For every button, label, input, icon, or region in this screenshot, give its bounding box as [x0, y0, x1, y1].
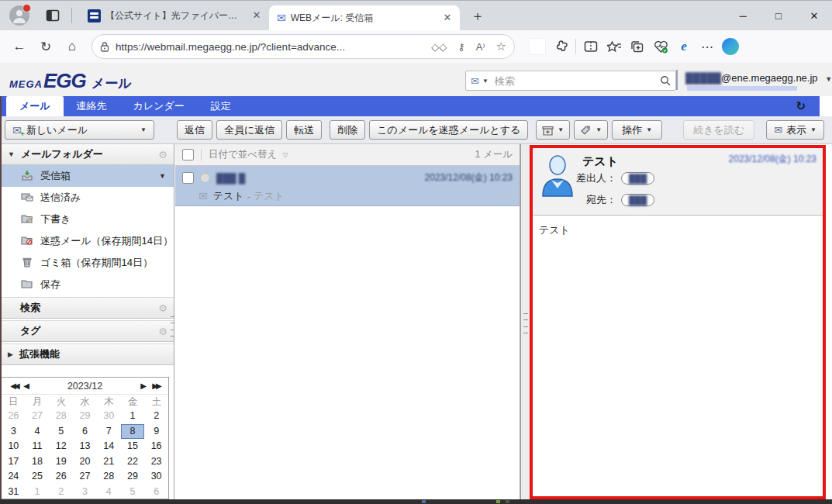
calendar-prev-month-icon[interactable]: ◀ [20, 381, 33, 390]
forward-button[interactable]: 転送 [286, 120, 322, 140]
calendar-day[interactable]: 26 [49, 469, 73, 485]
calendar-day[interactable]: 28 [97, 469, 121, 485]
mark-spam-button[interactable]: このメールを迷惑メールとする [369, 120, 528, 140]
calendar-day[interactable]: 2 [49, 485, 73, 500]
extensions-section-header[interactable]: ▶ 拡張機能 [2, 344, 174, 365]
sidebar-item-drafts[interactable]: 下書き [2, 209, 174, 230]
collections-icon[interactable] [626, 36, 649, 57]
calendar-day[interactable]: 3 [73, 485, 97, 500]
calendar-day[interactable]: 23 [144, 454, 168, 470]
browser-essentials-icon[interactable] [649, 36, 672, 57]
calendar-next-year-icon[interactable]: ▶▶ [150, 381, 162, 390]
calendar-day[interactable]: 8 [121, 424, 145, 440]
calendar-day[interactable]: 22 [121, 454, 145, 470]
tag-caret-icon[interactable]: ▼ [596, 126, 602, 133]
account-menu[interactable]: █████@ene.megaegg.ne.jp ▼ [685, 72, 825, 84]
calendar-day[interactable]: 27 [26, 409, 50, 424]
calendar-day[interactable]: 6 [73, 424, 97, 440]
search-scope-envelope-icon[interactable]: ✉ [471, 75, 479, 87]
search-input[interactable] [493, 74, 660, 88]
favorites-bar-icon[interactable] [602, 36, 626, 57]
new-mail-button[interactable]: ✉+ 新しいメール ▼ [5, 120, 154, 140]
calendar-day[interactable]: 26 [2, 409, 26, 424]
calendar-day[interactable]: 13 [73, 439, 97, 454]
calendar-day[interactable]: 20 [73, 454, 97, 470]
calendar-day[interactable]: 12 [49, 439, 73, 454]
archive-dropdown-button[interactable]: ▼ [536, 120, 570, 140]
calendar-day[interactable]: 28 [49, 409, 73, 424]
operations-button[interactable]: 操作 ▼ [612, 120, 662, 140]
calendar-day[interactable]: 11 [26, 439, 50, 454]
sidebar-item-archive[interactable]: 保存 [2, 274, 174, 295]
nav-tab-settings[interactable]: 設定 [198, 96, 244, 116]
sort-direction-icon[interactable]: ▽ [282, 151, 288, 159]
calendar-day[interactable]: 14 [97, 439, 121, 454]
sidebar-item-junk[interactable]: 迷惑メール（保存期間14日） [2, 230, 174, 252]
search-scope-caret-icon[interactable]: ▼ [482, 78, 488, 85]
sort-label[interactable]: 日付で並べ替え [209, 148, 277, 161]
folder-caret-icon[interactable]: ▼ [159, 172, 166, 180]
url-text[interactable]: https://webmail.megaegg.ne.jp/?client=ad… [116, 41, 420, 53]
reply-button[interactable]: 返信 [177, 120, 212, 140]
gear-icon[interactable]: ⚙ [158, 326, 167, 337]
calendar-day[interactable]: 25 [26, 469, 50, 485]
address-bar[interactable]: https://webmail.megaegg.ne.jp/?client=ad… [91, 34, 515, 59]
reload-mail-icon[interactable]: ↻ [796, 99, 806, 113]
archive-caret-icon[interactable]: ▼ [558, 126, 564, 133]
sidebar-item-trash[interactable]: ゴミ箱（保存期間14日） [2, 252, 174, 274]
home-button[interactable]: ⌂ [59, 39, 85, 54]
calendar-day[interactable]: 5 [49, 424, 73, 440]
calendar-day[interactable]: 31 [2, 485, 26, 500]
hidden-extension-icon[interactable] [526, 36, 549, 57]
search-section-header[interactable]: 検索 ⚙ [2, 298, 174, 319]
calendar-day[interactable]: 1 [26, 485, 50, 500]
password-key-icon[interactable]: ⚷ [457, 41, 465, 53]
expand-triangle-icon[interactable]: ▶ [8, 350, 13, 358]
read-aloud-icon[interactable]: A⁾ [476, 41, 485, 53]
nav-tab-mail[interactable]: メール [6, 96, 64, 116]
flag-icon[interactable]: ⚐ [503, 191, 513, 202]
splitter-grip[interactable] [523, 313, 528, 333]
mail-list-item[interactable]: ███ █ 2023/12/08(金) 10:23 ✉ テスト - テスト ⚐ [175, 166, 520, 206]
calendar-day[interactable]: 7 [97, 424, 121, 440]
to-contact-pill[interactable]: ███ [621, 194, 654, 206]
read-more-button[interactable]: 続きを読む [683, 120, 754, 140]
read-status-icon[interactable] [200, 173, 210, 183]
calendar-day[interactable]: 29 [121, 469, 145, 485]
calendar-day[interactable]: 30 [97, 409, 121, 424]
refresh-button[interactable]: ↻ [33, 39, 59, 55]
split-screen-icon[interactable] [579, 36, 602, 57]
collapse-triangle-icon[interactable]: ▼ [8, 150, 15, 158]
display-caret-icon[interactable]: ▼ [810, 126, 816, 133]
gear-icon[interactable]: ⚙ [158, 149, 167, 161]
calendar-day[interactable]: 18 [26, 454, 50, 470]
calendar-day[interactable]: 10 [2, 439, 26, 454]
more-menu-icon[interactable]: ⋯ [696, 36, 719, 57]
account-caret-icon[interactable]: ▼ [825, 75, 832, 83]
extensions-icon[interactable] [549, 36, 572, 57]
calendar-day[interactable]: 1 [121, 409, 145, 424]
calendar-day[interactable]: 27 [73, 469, 97, 485]
calendar-day[interactable]: 2 [144, 409, 168, 424]
close-window-button[interactable]: ✕ [796, 1, 832, 30]
back-button[interactable]: ← [6, 39, 33, 54]
favorite-star-icon[interactable]: ☆ [496, 40, 506, 54]
calendar-day[interactable]: 4 [97, 485, 121, 500]
operations-caret-icon[interactable]: ▼ [646, 126, 652, 133]
new-tab-button[interactable]: ＋ [468, 7, 488, 25]
reply-all-button[interactable]: 全員に返信 [216, 120, 282, 140]
search-icon[interactable] [660, 75, 671, 86]
browser-tab-megaegg[interactable]: 【公式サイト】光ファイバー、インターネッ ✕ [80, 1, 269, 30]
calendar-next-month-icon[interactable]: ▶ [137, 381, 150, 390]
ie-mode-icon[interactable]: e [672, 36, 696, 57]
tags-section-header[interactable]: タグ ⚙ [2, 321, 174, 342]
calendar-day[interactable]: 21 [97, 454, 121, 470]
browser-tab-webmail[interactable]: ✉ WEBメール: 受信箱 ✕ [269, 5, 460, 30]
calendar-day[interactable]: 24 [2, 469, 26, 485]
calendar-day[interactable]: 30 [144, 469, 168, 485]
profile-avatar[interactable] [9, 5, 29, 26]
sidebar-splitter-grip[interactable] [171, 316, 174, 337]
diamonds-icon[interactable]: ◇◇ [431, 41, 447, 53]
new-mail-caret-icon[interactable]: ▼ [140, 126, 147, 133]
gear-icon[interactable]: ⚙ [158, 302, 167, 314]
